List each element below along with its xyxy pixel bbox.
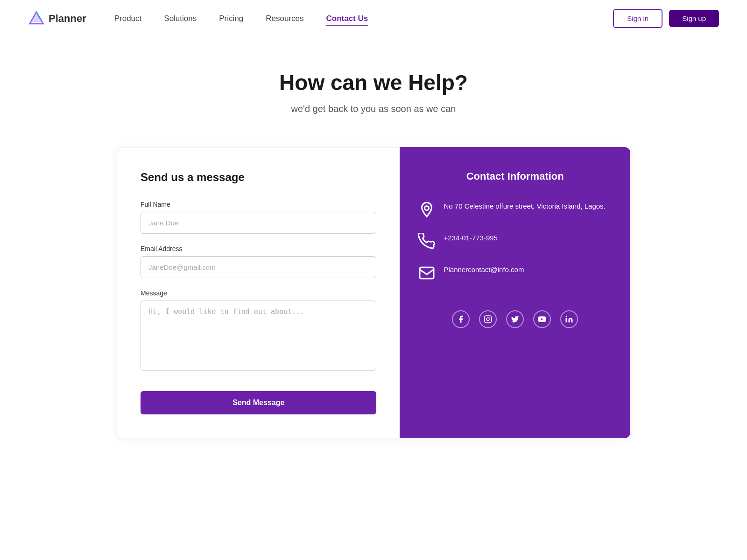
social-icons (418, 310, 612, 328)
full-name-group: Full Name (141, 201, 376, 234)
address-item: No 70 Celestine offure street, Victoria … (418, 201, 612, 218)
send-message-button[interactable]: Send Message (141, 391, 376, 414)
linkedin-icon (565, 315, 573, 323)
form-title: Send us a message (141, 171, 376, 184)
message-label: Message (141, 289, 376, 297)
hero-heading: How can we Help? (9, 70, 738, 95)
email-input[interactable] (141, 256, 376, 278)
form-side: Send us a message Full Name Email Addres… (117, 147, 400, 438)
full-name-input[interactable] (141, 212, 376, 234)
phone-text: +234-01-773-995 (444, 233, 498, 244)
twitter-icon-button[interactable] (506, 310, 524, 328)
svg-point-9 (566, 316, 567, 317)
phone-icon (418, 233, 435, 250)
message-group: Message (141, 289, 376, 372)
svg-point-3 (425, 206, 429, 210)
contact-section: Send us a message Full Name Email Addres… (117, 147, 630, 438)
logo-text: Planner (49, 13, 86, 25)
email-group: Email Address (141, 245, 376, 278)
instagram-icon-button[interactable] (479, 310, 497, 328)
contact-email-text: Plannercontact@info.com (444, 265, 524, 275)
facebook-icon (457, 315, 465, 323)
signup-button[interactable]: Sign up (669, 10, 719, 27)
youtube-icon (538, 315, 546, 323)
nav-links: Product Solutions Pricing Resources Cont… (114, 14, 613, 23)
signin-button[interactable]: Sign in (613, 9, 662, 28)
email-icon (418, 265, 435, 281)
nav-product[interactable]: Product (114, 14, 142, 23)
instagram-icon (484, 315, 492, 323)
hero-subheading: we'd get back to you as soon as we can (9, 104, 738, 114)
email-item: Plannercontact@info.com (418, 265, 612, 281)
info-title: Contact Information (418, 170, 612, 182)
svg-point-6 (486, 318, 489, 321)
svg-rect-5 (485, 316, 492, 323)
location-icon (418, 201, 435, 218)
full-name-label: Full Name (141, 201, 376, 208)
nav-resources[interactable]: Resources (266, 14, 303, 23)
facebook-icon-button[interactable] (452, 310, 470, 328)
address-text: No 70 Celestine offure street, Victoria … (444, 201, 605, 212)
svg-point-7 (490, 317, 491, 318)
info-side: Contact Information No 70 Celestine offu… (400, 147, 630, 438)
logo-link[interactable]: Planner (28, 10, 86, 27)
message-input[interactable] (141, 301, 376, 371)
hero-section: How can we Help? we'd get back to you as… (0, 37, 747, 138)
youtube-icon-button[interactable] (533, 310, 551, 328)
svg-rect-4 (420, 267, 434, 279)
linkedin-icon-button[interactable] (560, 310, 578, 328)
nav-contact[interactable]: Contact Us (326, 14, 368, 26)
nav-pricing[interactable]: Pricing (219, 14, 243, 23)
phone-item: +234-01-773-995 (418, 233, 612, 250)
twitter-icon (511, 315, 519, 323)
email-label: Email Address (141, 245, 376, 252)
navbar: Planner Product Solutions Pricing Resour… (0, 0, 747, 37)
logo-icon (28, 10, 45, 27)
nav-actions: Sign in Sign up (613, 9, 719, 28)
nav-solutions[interactable]: Solutions (164, 14, 197, 23)
